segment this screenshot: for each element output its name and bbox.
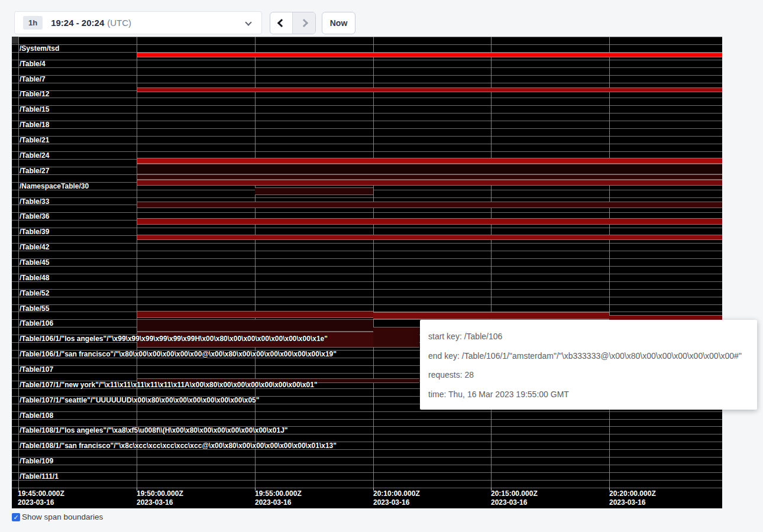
now-button[interactable]: Now <box>322 12 355 34</box>
row-label: /Table/45 <box>20 259 49 267</box>
heat-band[interactable] <box>137 319 373 332</box>
row-label: /Table/18 <box>20 121 49 129</box>
axis-label: 20:15:00.000Z2023-03-16 <box>491 489 538 507</box>
span-boundary-line <box>12 251 722 251</box>
heat-band[interactable] <box>137 164 722 174</box>
show-span-boundaries-checkbox[interactable]: ✓ <box>12 513 20 521</box>
next-time-button[interactable] <box>293 12 315 34</box>
axis-date: 2023-03-16 <box>609 498 656 507</box>
axis-label: 20:20:00.000Z2023-03-16 <box>609 489 656 507</box>
time-bucket-line <box>609 37 610 488</box>
tooltip-end-key: end key: /Table/106/1/"amsterdam"/"\xb33… <box>428 346 749 365</box>
row-label: /Table/4 <box>20 60 46 68</box>
heat-band[interactable] <box>255 187 373 195</box>
span-boundary-line <box>12 113 722 113</box>
footer-controls: ✓ Show span boundaries <box>12 512 103 521</box>
axis-label: 19:45:00.000Z2023-03-16 <box>18 489 64 507</box>
time-bucket-line <box>18 37 19 488</box>
heat-band[interactable] <box>137 53 722 57</box>
axis-date: 2023-03-16 <box>255 498 302 507</box>
span-boundary-line <box>12 75 722 76</box>
span-boundary-line <box>12 197 722 198</box>
span-boundary-line <box>12 37 722 37</box>
row-label: /Table/108 <box>20 412 53 420</box>
heat-band[interactable] <box>373 327 419 348</box>
span-boundary-line <box>12 60 722 60</box>
span-boundary-line <box>12 266 722 267</box>
span-tooltip: start key: /Table/106 end key: /Table/10… <box>420 320 757 410</box>
row-label: /Table/36 <box>20 213 49 220</box>
row-label: /Table/111/1 <box>20 473 59 481</box>
span-boundary-line <box>12 419 722 420</box>
span-boundary-line <box>12 228 722 228</box>
axis-date: 2023-03-16 <box>18 498 64 507</box>
row-label: /Table/33 <box>20 198 49 206</box>
time-nav-group <box>270 12 316 34</box>
span-boundary-line <box>12 151 722 152</box>
span-boundary-line <box>12 67 722 68</box>
row-label: /Table/48 <box>20 274 49 282</box>
span-boundary-line <box>12 44 722 45</box>
row-label: /Table/12 <box>20 90 49 98</box>
span-boundary-line <box>12 457 722 458</box>
span-boundary-line <box>12 212 722 213</box>
row-label: /Table/39 <box>20 228 49 236</box>
heat-band[interactable] <box>137 158 722 164</box>
span-boundary-line <box>12 297 722 297</box>
span-boundary-line <box>12 105 722 106</box>
span-boundary-line <box>12 480 722 481</box>
row-label: /NamespaceTable/30 <box>20 183 89 190</box>
key-visualizer-heatmap[interactable]: /System/tsd/Table/4/Table/7/Table/12/Tab… <box>12 37 722 508</box>
time-range-selector[interactable]: 1h 19:24 - 20:24 (UTC) <box>14 11 262 34</box>
span-boundary-line <box>12 121 722 121</box>
chevron-down-icon <box>245 19 251 25</box>
span-boundary-line <box>12 274 722 274</box>
row-label: /Table/52 <box>20 290 49 297</box>
time-bucket-line <box>373 37 374 488</box>
time-bucket-line <box>491 37 492 488</box>
tooltip-time: time: Thu, 16 Mar 2023 19:55:00 GMT <box>428 384 749 404</box>
row-label: /Table/42 <box>20 244 49 251</box>
row-label: /Table/109 <box>20 458 53 465</box>
axis-date: 2023-03-16 <box>491 498 538 507</box>
row-label: /Table/108/1/"los angeles"/"\xa8\xf5\u00… <box>20 427 288 434</box>
heat-band[interactable] <box>137 235 722 240</box>
heat-band[interactable] <box>137 218 722 225</box>
span-boundary-line <box>12 488 722 488</box>
span-boundary-line <box>12 289 722 290</box>
heat-band[interactable] <box>137 174 722 180</box>
heat-band[interactable] <box>373 312 609 319</box>
row-label: /Table/108/1/"san francisco"/"\x8c\xcc\x… <box>20 442 337 450</box>
chevron-left-icon <box>277 19 285 27</box>
row-label: /Table/106/1/"los angeles"/"\x99\x99\x99… <box>20 335 328 343</box>
axis-date: 2023-03-16 <box>373 498 420 507</box>
row-label: /Table/107 <box>20 366 53 374</box>
row-label: /Table/106 <box>20 320 53 327</box>
row-label: /Table/27 <box>20 167 49 175</box>
heat-band[interactable] <box>137 202 722 208</box>
row-label: /Table/24 <box>20 152 49 160</box>
row-label: /Table/55 <box>20 305 49 313</box>
row-label: /System/tsd <box>20 45 59 53</box>
row-label: /Table/107/1/"new york"/"\x11\x11\x11\x1… <box>20 381 318 389</box>
axis-label: 19:55:00.000Z2023-03-16 <box>255 489 302 507</box>
time-range-timezone: (UTC) <box>107 18 131 28</box>
span-boundary-line <box>12 144 722 144</box>
heat-band[interactable] <box>137 180 722 186</box>
span-boundary-line <box>12 465 722 465</box>
tooltip-requests: requests: 28 <box>428 365 749 384</box>
time-range-badge: 1h <box>23 16 43 30</box>
span-boundary-line <box>12 83 722 83</box>
heat-band[interactable] <box>137 87 722 92</box>
prev-time-button[interactable] <box>270 12 293 34</box>
time-range-text: 19:24 - 20:24 <box>51 18 104 28</box>
row-label: /Table/106/1/"san francisco"/"\x80\x00\x… <box>20 351 337 358</box>
row-label: /Table/107/1/"seattle"/"UUUUUUD\x00\x80\… <box>20 397 259 404</box>
span-boundary-line <box>12 411 722 412</box>
corner-block <box>12 37 18 44</box>
chevron-right-icon <box>300 19 308 27</box>
row-label: /Table/21 <box>20 137 49 144</box>
span-boundary-line <box>12 243 722 244</box>
heat-band[interactable] <box>137 311 373 318</box>
span-boundary-line <box>12 98 722 98</box>
